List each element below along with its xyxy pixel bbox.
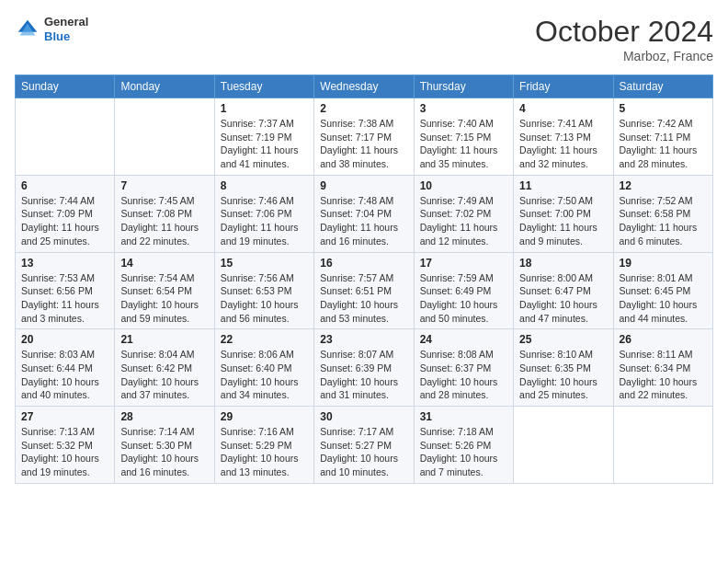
logo-general: General bbox=[44, 15, 88, 29]
day-info: Sunrise: 7:56 AM Sunset: 6:53 PM Dayligh… bbox=[221, 271, 308, 326]
day-info: Sunrise: 7:13 AM Sunset: 5:32 PM Dayligh… bbox=[21, 425, 108, 479]
day-info: Sunrise: 7:40 AM Sunset: 7:15 PM Dayligh… bbox=[420, 117, 507, 171]
calendar-week-row: 1Sunrise: 7:37 AM Sunset: 7:19 PM Daylig… bbox=[16, 98, 713, 176]
calendar-cell bbox=[115, 98, 214, 176]
day-number: 14 bbox=[120, 257, 208, 270]
calendar-cell: 21Sunrise: 8:04 AM Sunset: 6:42 PM Dayli… bbox=[115, 329, 214, 407]
day-info: Sunrise: 7:50 AM Sunset: 7:00 PM Dayligh… bbox=[519, 194, 607, 248]
day-number: 25 bbox=[519, 333, 607, 346]
calendar-table: SundayMondayTuesdayWednesdayThursdayFrid… bbox=[15, 75, 713, 484]
day-info: Sunrise: 8:07 AM Sunset: 6:39 PM Dayligh… bbox=[320, 348, 407, 402]
day-number: 3 bbox=[420, 102, 507, 115]
day-info: Sunrise: 7:14 AM Sunset: 5:30 PM Dayligh… bbox=[120, 425, 208, 479]
logo: General Blue bbox=[15, 15, 88, 43]
day-number: 2 bbox=[320, 102, 407, 115]
day-number: 27 bbox=[21, 410, 108, 423]
calendar-cell: 25Sunrise: 8:10 AM Sunset: 6:35 PM Dayli… bbox=[514, 329, 613, 407]
calendar-cell: 23Sunrise: 8:07 AM Sunset: 6:39 PM Dayli… bbox=[314, 329, 414, 407]
calendar-cell: 28Sunrise: 7:14 AM Sunset: 5:30 PM Dayli… bbox=[115, 407, 214, 484]
calendar-cell: 22Sunrise: 8:06 AM Sunset: 6:40 PM Dayli… bbox=[214, 329, 313, 407]
day-number: 9 bbox=[320, 179, 407, 192]
day-number: 13 bbox=[21, 257, 108, 270]
calendar-cell: 13Sunrise: 7:53 AM Sunset: 6:56 PM Dayli… bbox=[16, 252, 115, 329]
day-info: Sunrise: 7:18 AM Sunset: 5:26 PM Dayligh… bbox=[420, 425, 507, 479]
day-number: 1 bbox=[221, 102, 308, 115]
weekday-header: Saturday bbox=[613, 75, 712, 98]
title-block: October 2024 Marboz, France bbox=[535, 15, 713, 63]
day-number: 28 bbox=[120, 410, 208, 423]
day-info: Sunrise: 7:16 AM Sunset: 5:29 PM Dayligh… bbox=[221, 425, 308, 479]
day-info: Sunrise: 7:46 AM Sunset: 7:06 PM Dayligh… bbox=[221, 194, 308, 248]
day-number: 6 bbox=[21, 179, 108, 192]
month-title: October 2024 bbox=[535, 15, 713, 49]
day-info: Sunrise: 7:48 AM Sunset: 7:04 PM Dayligh… bbox=[320, 194, 407, 248]
day-number: 22 bbox=[221, 333, 308, 346]
calendar-cell: 15Sunrise: 7:56 AM Sunset: 6:53 PM Dayli… bbox=[214, 252, 313, 329]
day-number: 23 bbox=[320, 333, 407, 346]
calendar-week-row: 13Sunrise: 7:53 AM Sunset: 6:56 PM Dayli… bbox=[16, 252, 713, 329]
calendar-cell: 6Sunrise: 7:44 AM Sunset: 7:09 PM Daylig… bbox=[16, 175, 115, 252]
calendar-cell: 26Sunrise: 8:11 AM Sunset: 6:34 PM Dayli… bbox=[613, 329, 712, 407]
weekday-header: Sunday bbox=[16, 75, 115, 98]
day-info: Sunrise: 7:52 AM Sunset: 6:58 PM Dayligh… bbox=[620, 194, 707, 248]
logo-text: General Blue bbox=[44, 15, 88, 43]
day-number: 5 bbox=[620, 102, 707, 115]
calendar-cell: 12Sunrise: 7:52 AM Sunset: 6:58 PM Dayli… bbox=[613, 175, 712, 252]
weekday-header: Friday bbox=[514, 75, 613, 98]
calendar-cell: 18Sunrise: 8:00 AM Sunset: 6:47 PM Dayli… bbox=[514, 252, 613, 329]
logo-blue: Blue bbox=[44, 29, 88, 44]
day-number: 17 bbox=[420, 257, 507, 270]
weekday-header: Thursday bbox=[414, 75, 513, 98]
day-number: 11 bbox=[519, 179, 607, 192]
page-header: General Blue October 2024 Marboz, France bbox=[15, 15, 713, 63]
day-number: 8 bbox=[221, 179, 308, 192]
day-info: Sunrise: 8:04 AM Sunset: 6:42 PM Dayligh… bbox=[120, 348, 208, 402]
calendar-week-row: 6Sunrise: 7:44 AM Sunset: 7:09 PM Daylig… bbox=[16, 175, 713, 252]
day-number: 26 bbox=[620, 333, 707, 346]
calendar-cell: 27Sunrise: 7:13 AM Sunset: 5:32 PM Dayli… bbox=[16, 407, 115, 484]
day-number: 20 bbox=[21, 333, 108, 346]
logo-icon bbox=[15, 17, 40, 42]
calendar-cell bbox=[514, 407, 613, 484]
calendar-cell: 3Sunrise: 7:40 AM Sunset: 7:15 PM Daylig… bbox=[414, 98, 513, 176]
calendar-week-row: 20Sunrise: 8:03 AM Sunset: 6:44 PM Dayli… bbox=[16, 329, 713, 407]
calendar-cell: 20Sunrise: 8:03 AM Sunset: 6:44 PM Dayli… bbox=[16, 329, 115, 407]
location: Marboz, France bbox=[535, 49, 713, 63]
day-number: 16 bbox=[320, 257, 407, 270]
day-info: Sunrise: 8:00 AM Sunset: 6:47 PM Dayligh… bbox=[519, 271, 607, 326]
weekday-header-row: SundayMondayTuesdayWednesdayThursdayFrid… bbox=[16, 75, 713, 98]
day-number: 19 bbox=[620, 257, 707, 270]
day-info: Sunrise: 7:53 AM Sunset: 6:56 PM Dayligh… bbox=[21, 271, 108, 326]
calendar-cell: 2Sunrise: 7:38 AM Sunset: 7:17 PM Daylig… bbox=[314, 98, 414, 176]
calendar-cell: 11Sunrise: 7:50 AM Sunset: 7:00 PM Dayli… bbox=[514, 175, 613, 252]
day-number: 30 bbox=[320, 410, 407, 423]
calendar-cell: 1Sunrise: 7:37 AM Sunset: 7:19 PM Daylig… bbox=[214, 98, 313, 176]
day-info: Sunrise: 7:57 AM Sunset: 6:51 PM Dayligh… bbox=[320, 271, 407, 326]
calendar-cell: 17Sunrise: 7:59 AM Sunset: 6:49 PM Dayli… bbox=[414, 252, 513, 329]
calendar-cell: 10Sunrise: 7:49 AM Sunset: 7:02 PM Dayli… bbox=[414, 175, 513, 252]
calendar-cell: 24Sunrise: 8:08 AM Sunset: 6:37 PM Dayli… bbox=[414, 329, 513, 407]
day-number: 21 bbox=[120, 333, 208, 346]
day-info: Sunrise: 7:45 AM Sunset: 7:08 PM Dayligh… bbox=[120, 194, 208, 248]
weekday-header: Wednesday bbox=[314, 75, 414, 98]
calendar-cell: 30Sunrise: 7:17 AM Sunset: 5:27 PM Dayli… bbox=[314, 407, 414, 484]
calendar-cell: 5Sunrise: 7:42 AM Sunset: 7:11 PM Daylig… bbox=[613, 98, 712, 176]
day-number: 4 bbox=[519, 102, 607, 115]
calendar-cell: 9Sunrise: 7:48 AM Sunset: 7:04 PM Daylig… bbox=[314, 175, 414, 252]
calendar-cell: 31Sunrise: 7:18 AM Sunset: 5:26 PM Dayli… bbox=[414, 407, 513, 484]
day-number: 18 bbox=[519, 257, 607, 270]
weekday-header: Monday bbox=[115, 75, 214, 98]
day-info: Sunrise: 7:54 AM Sunset: 6:54 PM Dayligh… bbox=[120, 271, 208, 326]
day-number: 15 bbox=[221, 257, 308, 270]
day-info: Sunrise: 7:37 AM Sunset: 7:19 PM Dayligh… bbox=[221, 117, 308, 171]
day-info: Sunrise: 8:03 AM Sunset: 6:44 PM Dayligh… bbox=[21, 348, 108, 402]
calendar-cell bbox=[613, 407, 712, 484]
day-info: Sunrise: 8:10 AM Sunset: 6:35 PM Dayligh… bbox=[519, 348, 607, 402]
calendar-cell: 19Sunrise: 8:01 AM Sunset: 6:45 PM Dayli… bbox=[613, 252, 712, 329]
day-number: 24 bbox=[420, 333, 507, 346]
calendar-cell: 7Sunrise: 7:45 AM Sunset: 7:08 PM Daylig… bbox=[115, 175, 214, 252]
day-info: Sunrise: 7:49 AM Sunset: 7:02 PM Dayligh… bbox=[420, 194, 507, 248]
day-info: Sunrise: 8:08 AM Sunset: 6:37 PM Dayligh… bbox=[420, 348, 507, 402]
calendar-cell: 16Sunrise: 7:57 AM Sunset: 6:51 PM Dayli… bbox=[314, 252, 414, 329]
calendar-cell: 4Sunrise: 7:41 AM Sunset: 7:13 PM Daylig… bbox=[514, 98, 613, 176]
